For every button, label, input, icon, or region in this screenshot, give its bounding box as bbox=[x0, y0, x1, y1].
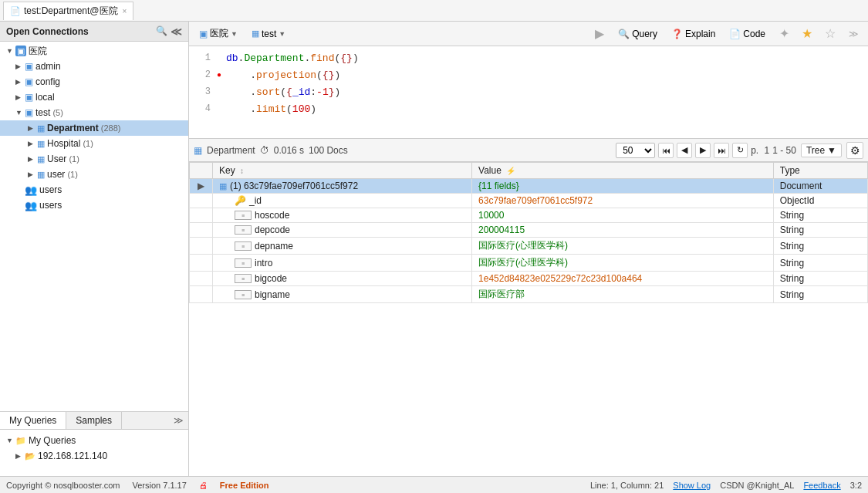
line-num-3: 3 bbox=[192, 86, 211, 97]
key-value-1: _id bbox=[249, 195, 262, 206]
search-icon[interactable]: 🔍 bbox=[156, 25, 167, 38]
line-num-2: 2 bbox=[192, 69, 211, 80]
view-select[interactable]: Tree ▼ bbox=[801, 144, 842, 157]
tree-item-user-lower[interactable]: ▶ ▦ user (1) bbox=[0, 167, 188, 182]
main-layout: Open Connections 🔍 ≪ ▼ ▣ 医院 ▶ bbox=[0, 22, 868, 476]
db-selector-btn[interactable]: ▣ 医院 ▼ bbox=[194, 25, 243, 42]
tree-item-config[interactable]: ▶ ▣ config bbox=[0, 74, 188, 89]
last-page-btn[interactable]: ⏭ bbox=[714, 143, 729, 158]
page-size-select[interactable]: 50 100 200 bbox=[616, 143, 655, 158]
query-icon: 🔍 bbox=[618, 29, 630, 39]
settings-icon: ⚙ bbox=[850, 144, 860, 157]
tab-my-queries[interactable]: My Queries bbox=[0, 412, 66, 429]
expand-icon-test: ▼ bbox=[15, 109, 25, 116]
edition-icon: 🖨 bbox=[199, 481, 208, 490]
tree-label-dept: Department bbox=[47, 123, 99, 133]
row-icon-1: 🔑 bbox=[235, 195, 246, 206]
table-row[interactable]: 🔑 _id 63c79fae709ef7061cc5f972 ObjectId bbox=[190, 194, 868, 208]
code-content-1[interactable]: db.Department.find({}) bbox=[226, 52, 359, 64]
table-row[interactable]: ≡ intro 国际医疗(心理医学科) String bbox=[190, 255, 868, 272]
key-value-2: hoscode bbox=[255, 210, 289, 221]
feedback-label[interactable]: Feedback bbox=[803, 481, 840, 490]
expand-icon-config: ▶ bbox=[15, 78, 25, 86]
type-cell-4: String bbox=[773, 238, 867, 255]
tree-item-admin[interactable]: ▶ ▣ admin bbox=[0, 59, 188, 74]
collection-dept-icon: ▦ bbox=[37, 123, 45, 133]
table-row[interactable]: ▶ ▦ (1) 63c79fae709ef7061cc5f972 {11 fie… bbox=[190, 179, 868, 194]
code-content-3[interactable]: .sort({_id:-1}) bbox=[226, 86, 340, 98]
line-num-1: 1 bbox=[192, 52, 211, 63]
edition-text: Free Edition bbox=[220, 481, 269, 490]
next-page-btn[interactable]: ▶ bbox=[695, 143, 711, 158]
tree-item-user-coll[interactable]: ▶ ▦ User (1) bbox=[0, 151, 188, 167]
folder-icon: 📁 bbox=[15, 436, 26, 446]
code-content-4[interactable]: .limit(100) bbox=[226, 103, 316, 115]
tree-item-local[interactable]: ▶ ▣ local bbox=[0, 89, 188, 105]
table-row[interactable]: ≡ bigname 国际医疗部 String bbox=[190, 286, 868, 303]
show-log-link[interactable]: Show Log bbox=[673, 481, 711, 490]
db-local-icon: ▣ bbox=[25, 92, 33, 103]
results-icon: ▦ bbox=[194, 145, 202, 156]
star-filled-btn[interactable]: ★ bbox=[797, 25, 817, 43]
tree-label-local: local bbox=[35, 92, 55, 103]
query-btn[interactable]: 🔍 Query bbox=[613, 26, 663, 42]
tree-item-test[interactable]: ▼ ▣ test (5) bbox=[0, 105, 188, 120]
tree-count-hosp: (1) bbox=[80, 139, 93, 148]
settings-btn[interactable]: ⚙ bbox=[846, 142, 863, 159]
col-expand-header bbox=[190, 163, 213, 179]
code-content-2[interactable]: .projection({}) bbox=[226, 69, 340, 81]
pagination-controls: 50 100 200 ⏮ ◀ ▶ ⏭ ↻ p. 1 1 - 50 bbox=[616, 143, 796, 158]
tree-item-hospital-coll[interactable]: ▶ ▦ Hospital (1) bbox=[0, 136, 188, 151]
explain-btn[interactable]: ❓ Explain bbox=[666, 26, 721, 42]
prev-page-btn[interactable]: ◀ bbox=[677, 143, 692, 158]
key-cell-1: 🔑 _id bbox=[213, 194, 472, 208]
query-tree-root[interactable]: ▼ 📁 My Queries bbox=[3, 433, 185, 448]
type-cell-6: String bbox=[773, 272, 867, 286]
tree-item-department[interactable]: ▶ ▦ Department (288) bbox=[0, 120, 188, 136]
value-cell-6: 1e452d84823e025229c72c23d100a464 bbox=[472, 272, 774, 286]
tab-close-btn[interactable]: × bbox=[123, 7, 127, 15]
query-tree-ip[interactable]: ▶ 📂 192.168.121.140 bbox=[3, 448, 185, 464]
expand-cell-4 bbox=[190, 238, 213, 255]
query-root-label: My Queries bbox=[29, 435, 76, 446]
refresh-btn[interactable]: ↻ bbox=[732, 143, 748, 158]
tab-icon: 📄 bbox=[10, 6, 21, 16]
status-bar: Copyright © nosqlbooster.com Version 7.1… bbox=[0, 476, 868, 493]
db-selector-label: 医院 bbox=[210, 27, 228, 40]
more-btn[interactable]: ≫ bbox=[843, 25, 863, 43]
table-row[interactable]: ≡ bigcode 1e452d84823e025229c72c23d100a4… bbox=[190, 272, 868, 286]
key-value-5: intro bbox=[255, 258, 272, 268]
content-area: ▣ 医院 ▼ ▦ test ▼ ▶ 🔍 Query ❓ bbox=[189, 22, 868, 476]
table-row[interactable]: ≡ hoscode 10000 String bbox=[190, 208, 868, 223]
view-dropdown-arrow: ▼ bbox=[827, 145, 836, 156]
key-cell-0: ▦ (1) 63c79fae709ef7061cc5f972 bbox=[213, 179, 472, 194]
page-range: 1 - 50 bbox=[772, 145, 796, 156]
expand-icon: ▼ bbox=[6, 47, 15, 55]
table-row[interactable]: ≡ depcode 200004115 String bbox=[190, 223, 868, 238]
snowflake-icon-btn[interactable]: ✦ bbox=[774, 25, 794, 43]
line-col-text: Line: 1, Column: 21 bbox=[590, 481, 664, 490]
row-icon-4: ≡ bbox=[235, 241, 252, 251]
run-icon: ▶ bbox=[595, 26, 604, 41]
results-time-icon: ⏱ bbox=[260, 145, 269, 156]
star-empty-btn[interactable]: ☆ bbox=[820, 25, 840, 43]
expand-cell-7 bbox=[190, 286, 213, 303]
key-cell-4: ≡ depname bbox=[213, 238, 472, 255]
tree-item-users2[interactable]: 👥 users bbox=[0, 198, 188, 213]
run-icon-btn[interactable]: ▶ bbox=[589, 25, 610, 43]
tab-expand-icon[interactable]: ≫ bbox=[169, 412, 188, 429]
tab-samples[interactable]: Samples bbox=[66, 412, 122, 429]
expand-cell-0[interactable]: ▶ bbox=[190, 179, 213, 194]
col-key-header[interactable]: Key ↕ bbox=[213, 163, 472, 179]
collapse-icon[interactable]: ≪ bbox=[171, 25, 182, 38]
table-row[interactable]: ≡ depname 国际医疗(心理医学科) String bbox=[190, 238, 868, 255]
code-btn[interactable]: 📄 Code bbox=[724, 26, 771, 42]
first-page-btn[interactable]: ⏮ bbox=[658, 143, 674, 158]
col-value-header[interactable]: Value ⚡ bbox=[472, 163, 774, 179]
collection-selector-btn[interactable]: ▦ test ▼ bbox=[246, 26, 291, 42]
tree-item-hospital-root[interactable]: ▼ ▣ 医院 bbox=[0, 43, 188, 59]
main-tab[interactable]: 📄 test:Department@医院 × bbox=[3, 2, 133, 20]
collection-hosp-icon: ▦ bbox=[37, 139, 45, 149]
expand-icon-dept: ▶ bbox=[28, 124, 37, 132]
tree-item-users1[interactable]: 👥 users bbox=[0, 182, 188, 198]
